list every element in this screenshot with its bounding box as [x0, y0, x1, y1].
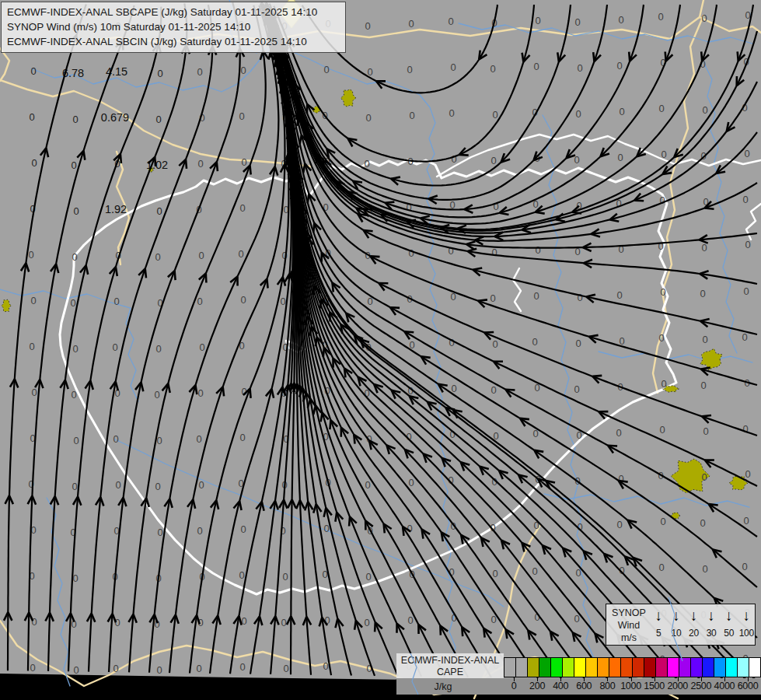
grid-zero-label: 0 — [700, 517, 705, 529]
cape-color-swatch — [539, 658, 551, 677]
cape-color-swatch — [738, 658, 749, 677]
wind-arrowhead — [665, 52, 666, 61]
grid-zero-label: 0 — [490, 292, 495, 304]
wind-legend-title-line1: SYNOP — [608, 607, 650, 619]
grid-zero-label: 0 — [30, 662, 35, 674]
grid-zero-label: 0 — [241, 615, 246, 627]
grid-zero-label: 0 — [198, 250, 204, 261]
grid-zero-label: 0 — [239, 202, 245, 214]
grid-zero-label: 0 — [157, 68, 162, 79]
wind-arrowhead — [292, 91, 294, 100]
grid-zero-label: 0 — [490, 384, 496, 396]
grid-zero-label: 0 — [157, 527, 162, 538]
grid-zero-label: 0 — [658, 103, 664, 114]
grid-zero-label: 0 — [72, 572, 78, 584]
wind-arrowhead — [592, 376, 602, 376]
grid-zero-label: 0 — [533, 290, 539, 302]
grid-zero-label: 0 — [702, 334, 707, 345]
grid-zero-label: 0 — [701, 12, 707, 24]
grid-zero-label: 0 — [407, 614, 413, 626]
grid-zero-label: 0 — [451, 153, 456, 165]
wind-speed-label: 20 — [685, 628, 703, 639]
grid-zero-label: 0 — [197, 66, 202, 78]
wind-arrowhead — [206, 274, 207, 283]
grid-zero-label: 0 — [155, 481, 160, 492]
cape-color-swatch — [703, 658, 714, 677]
wind-speed-label: 50 — [720, 628, 738, 639]
grid-zero-label: 0 — [618, 14, 623, 26]
grid-zero-label: 0 — [408, 477, 414, 488]
grid-zero-label: 0 — [617, 152, 623, 163]
wind-speed-label: 10 — [668, 628, 686, 639]
wind-speed-column: ↓20 — [685, 604, 703, 639]
wind-arrow-icon: ↓ — [703, 604, 721, 628]
grid-zero-label: 0 — [239, 110, 244, 122]
grid-zero-label: 0 — [742, 194, 748, 205]
grid-zero-label: 0 — [156, 435, 162, 446]
map-title-box: ECMWF-INDEX-ANAL SBCAPE (J/kg) Saturday … — [1, 2, 346, 53]
wind-arrowhead — [522, 53, 524, 62]
cape-color-swatch — [668, 658, 679, 677]
cape-color-swatch — [691, 658, 703, 677]
grid-zero-label: 0 — [575, 108, 581, 120]
grid-zero-label: 0 — [155, 343, 161, 355]
grid-zero-label: 0 — [661, 149, 666, 160]
grid-zero-label: 0 — [72, 114, 78, 125]
wind-arrowhead — [390, 307, 400, 308]
wind-arrowhead — [145, 269, 146, 278]
wind-arrow-icon: ↓ — [650, 604, 668, 628]
grid-zero-label: 0 — [72, 343, 78, 355]
grid-zero-label: 0 — [492, 568, 497, 579]
grid-zero-label: 0 — [73, 664, 79, 676]
grid-zero-label: 0 — [701, 242, 707, 254]
map-graphics: 00000000000000000006.784.150000000000000… — [0, 0, 761, 700]
weather-map-canvas: 00000000000000000006.784.150000000000000… — [0, 0, 761, 700]
grid-zero-label: 0 — [239, 569, 244, 581]
wind-arrowhead — [506, 390, 515, 390]
grid-zero-label: 0 — [72, 251, 77, 263]
wind-speed-label: 100 — [738, 628, 756, 639]
wind-arrowhead — [250, 389, 251, 398]
grid-zero-label: 0 — [660, 286, 665, 298]
grid-zero-label: 0 — [700, 288, 705, 299]
cape-color-swatch — [609, 658, 621, 677]
wind-arrowhead — [520, 418, 529, 419]
grid-zero-label: 0 — [745, 468, 750, 480]
cape-color-swatch — [726, 658, 738, 677]
wind-arrowhead — [357, 208, 366, 210]
wind-arrowhead — [250, 166, 251, 175]
wind-arrowhead — [619, 481, 628, 482]
grid-zero-label: 0 — [658, 11, 663, 23]
wind-arrowhead — [381, 214, 390, 215]
grid-zero-label: 0 — [72, 481, 77, 492]
cape-color-swatch — [749, 658, 760, 677]
grid-zero-label: 0 — [280, 296, 285, 307]
grid-zero-label: 0 — [533, 61, 539, 72]
grid-zero-label: 0 — [113, 663, 118, 674]
grid-zero-label: 0 — [492, 338, 497, 350]
wind-arrowhead — [349, 517, 350, 527]
wind-speed-column: ↓30 — [703, 604, 721, 639]
wind-arrowhead — [484, 332, 494, 333]
grid-zero-label: 0 — [29, 341, 34, 352]
grid-zero-label: 0 — [241, 156, 246, 168]
wind-arrowhead — [358, 214, 367, 215]
wind-arrowhead — [330, 420, 330, 429]
wind-arrowhead — [186, 159, 187, 169]
wind-arrowhead — [375, 622, 375, 632]
grid-zero-label: 0 — [112, 341, 117, 353]
wind-arrowhead — [386, 202, 395, 203]
grid-zero-label: 0 — [199, 341, 204, 353]
wind-arrowhead — [709, 504, 718, 505]
wind-arrowhead — [634, 201, 644, 201]
grid-zero-label: 0 — [492, 109, 497, 121]
grid-zero-label: 0 — [745, 239, 750, 250]
wind-arrowhead — [701, 51, 702, 61]
grid-zero-label: 0 — [448, 16, 453, 27]
cape-tick-label: 6000 — [731, 681, 761, 691]
grid-zero-label: 0 — [742, 561, 747, 572]
grid-zero-label: 0 — [532, 336, 537, 348]
grid-zero-label: 0 — [197, 525, 202, 537]
grid-zero-label: 0 — [30, 65, 36, 77]
grid-zero-label: 0 — [28, 249, 33, 261]
